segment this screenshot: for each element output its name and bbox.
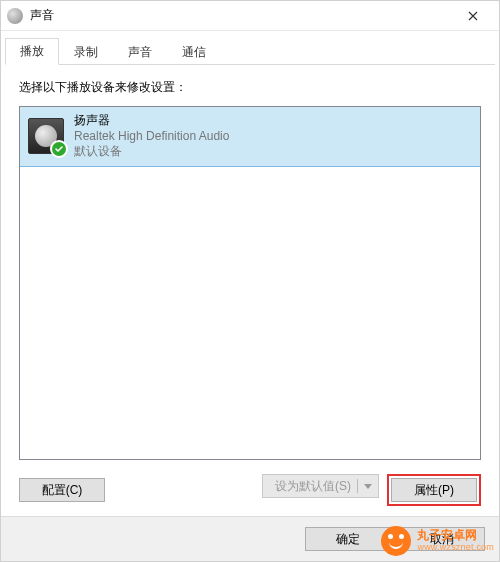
button-label: 属性(P) (414, 482, 454, 499)
watermark-logo-icon (381, 526, 411, 556)
tab-label: 播放 (20, 44, 44, 58)
device-item[interactable]: 扬声器 Realtek High Definition Audio 默认设备 (19, 106, 481, 167)
chevron-down-icon (364, 484, 372, 489)
window-title: 声音 (30, 7, 453, 24)
tab-sounds[interactable]: 声音 (113, 39, 167, 65)
tab-playback[interactable]: 播放 (5, 38, 59, 65)
tab-recording[interactable]: 录制 (59, 39, 113, 65)
default-check-badge (50, 140, 68, 158)
highlight-annotation: 属性(P) (387, 474, 481, 506)
sound-dialog: 声音 播放 录制 声音 通信 选择以下播放设备来修改设置： 扬声器 Realte (0, 0, 500, 562)
titlebar: 声音 (1, 1, 499, 31)
device-buttons-row: 配置(C) 设为默认值(S) 属性(P) (19, 474, 481, 506)
device-text: 扬声器 Realtek High Definition Audio 默认设备 (74, 113, 229, 160)
properties-button[interactable]: 属性(P) (391, 478, 477, 502)
app-icon (7, 8, 23, 24)
device-list[interactable]: 扬声器 Realtek High Definition Audio 默认设备 (19, 106, 481, 460)
close-button[interactable] (453, 2, 493, 30)
tab-content: 选择以下播放设备来修改设置： 扬声器 Realtek High Definiti… (1, 65, 499, 516)
tab-label: 录制 (74, 45, 98, 59)
button-label: 确定 (336, 531, 360, 548)
tab-communications[interactable]: 通信 (167, 39, 221, 65)
ok-button[interactable]: 确定 (305, 527, 391, 551)
device-name: 扬声器 (74, 113, 229, 129)
tab-label: 声音 (128, 45, 152, 59)
button-label: 配置(C) (42, 482, 83, 499)
check-icon (54, 144, 64, 154)
set-default-button: 设为默认值(S) (262, 474, 379, 498)
close-icon (468, 11, 478, 21)
dropdown-separator (357, 479, 358, 493)
device-description: Realtek High Definition Audio (74, 129, 229, 145)
watermark-title: 丸子安卓网 (417, 529, 494, 542)
device-status: 默认设备 (74, 144, 229, 160)
tabstrip: 播放 录制 声音 通信 (1, 31, 499, 64)
device-icon-wrap (28, 118, 64, 154)
watermark-text: 丸子安卓网 www.wzsznet.com (417, 529, 494, 552)
tab-label: 通信 (182, 45, 206, 59)
watermark: 丸子安卓网 www.wzsznet.com (381, 526, 494, 556)
instruction-text: 选择以下播放设备来修改设置： (19, 79, 481, 96)
button-label: 设为默认值(S) (275, 478, 351, 495)
watermark-url: www.wzsznet.com (417, 543, 494, 553)
configure-button[interactable]: 配置(C) (19, 478, 105, 502)
